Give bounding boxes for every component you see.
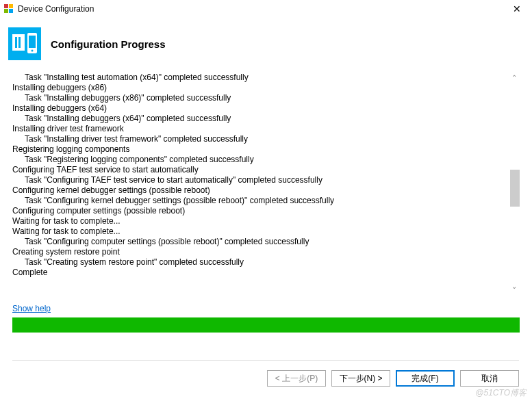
- log-line: Installing driver test framework: [12, 124, 507, 134]
- svg-point-10: [31, 50, 34, 52]
- svg-rect-9: [29, 36, 36, 48]
- page-title: Configuration Progress: [51, 38, 166, 50]
- log-line: Installing debuggers (x64): [12, 103, 507, 114]
- log-line: Task "Registering logging components" co…: [12, 155, 507, 165]
- svg-rect-6: [15, 37, 17, 48]
- next-button[interactable]: 下一步(N) >: [331, 370, 390, 387]
- log-line: Configuring TAEF test service to start a…: [12, 165, 507, 175]
- scroll-down-icon[interactable]: ⌄: [510, 283, 518, 290]
- log-line: Installing debuggers (x86): [12, 83, 507, 93]
- log-line: Task "Configuring kernel debugger settin…: [12, 196, 507, 206]
- title-bar: Device Configuration ✕: [0, 0, 532, 18]
- watermark: @51CTO博客: [475, 387, 527, 399]
- window-title: Device Configuration: [18, 4, 94, 14]
- cancel-button[interactable]: 取消: [460, 370, 519, 387]
- log-line: Configuring kernel debugger settings (po…: [12, 185, 507, 196]
- log-line: Creating system restore point: [12, 247, 507, 257]
- header: Configuration Progress: [0, 18, 532, 73]
- finish-button[interactable]: 完成(F): [396, 370, 455, 387]
- show-help-link[interactable]: Show help: [0, 298, 63, 317]
- log-line: Task "Installing test automation (x64)" …: [12, 73, 507, 83]
- back-button: < 上一步(P): [267, 370, 326, 387]
- progress-bar: [12, 317, 520, 333]
- progress-container: [0, 317, 532, 333]
- device-config-icon: [8, 27, 41, 60]
- svg-rect-7: [18, 37, 21, 48]
- log-line: Task "Installing debuggers (x86)" comple…: [12, 93, 507, 103]
- title-bar-left: Device Configuration: [4, 4, 94, 14]
- log-line: Complete: [12, 268, 507, 278]
- log-line: Waiting for task to complete...: [12, 226, 507, 237]
- log-line: Task "Configuring computer settings (pos…: [12, 237, 507, 247]
- log-output[interactable]: Task "Installing test automation (x64)" …: [12, 73, 520, 290]
- scroll-up-icon[interactable]: ⌃: [510, 74, 518, 81]
- log-line: Task "Configuring TAEF test service to s…: [12, 175, 507, 185]
- log-line: Configuring computer settings (possible …: [12, 206, 507, 216]
- svg-rect-2: [4, 9, 8, 13]
- scrollbar-thumb[interactable]: [510, 170, 520, 207]
- close-icon[interactable]: ✕: [507, 2, 527, 16]
- log-line: Registering logging components: [12, 144, 507, 155]
- svg-rect-0: [4, 4, 8, 8]
- content-area: Task "Installing test automation (x64)" …: [0, 73, 532, 298]
- log-line: Task "Installing driver test framework" …: [12, 134, 507, 144]
- svg-rect-1: [9, 4, 13, 8]
- log-line: Task "Installing debuggers (x64)" comple…: [12, 114, 507, 124]
- log-line: Waiting for task to complete...: [12, 216, 507, 226]
- svg-rect-3: [9, 9, 13, 13]
- app-icon: [4, 4, 14, 14]
- button-row: < 上一步(P) 下一步(N) > 完成(F) 取消: [12, 360, 519, 387]
- log-line: Task "Creating system restore point" com…: [12, 257, 507, 268]
